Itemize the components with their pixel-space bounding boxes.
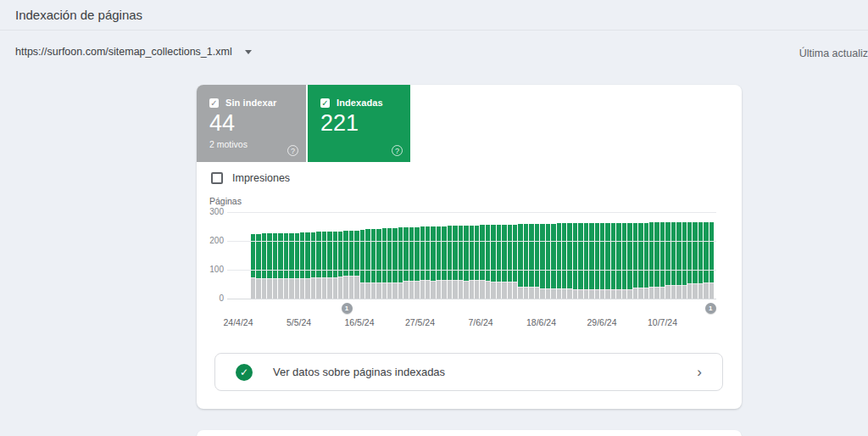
bar-column[interactable] bbox=[284, 233, 288, 299]
help-icon[interactable]: ? bbox=[287, 145, 298, 156]
bar-column[interactable] bbox=[420, 226, 425, 299]
bar-column[interactable] bbox=[376, 229, 381, 299]
view-indexed-data-button[interactable]: ✓ Ver datos sobre páginas indexadas › bbox=[214, 353, 723, 391]
bar-column[interactable] bbox=[278, 233, 282, 299]
annotation-marker[interactable]: 1 bbox=[342, 303, 353, 314]
bar-column[interactable] bbox=[497, 225, 501, 299]
bar-column[interactable] bbox=[392, 228, 397, 299]
bar-column[interactable] bbox=[535, 224, 539, 299]
bar-column[interactable] bbox=[311, 232, 315, 299]
bar-column[interactable] bbox=[524, 224, 528, 299]
bar-column[interactable] bbox=[448, 226, 452, 299]
sitemap-selector-dropdown[interactable]: https://surfoon.com/sitemap_collections_… bbox=[15, 46, 252, 58]
bar-column[interactable] bbox=[273, 233, 277, 299]
bar-column[interactable] bbox=[459, 226, 463, 299]
bar-column[interactable] bbox=[546, 224, 550, 299]
bar-column[interactable] bbox=[611, 223, 615, 299]
bar-column[interactable] bbox=[305, 232, 309, 299]
bar-column[interactable] bbox=[431, 226, 435, 299]
bar-column[interactable] bbox=[316, 232, 320, 299]
bar-column[interactable] bbox=[551, 224, 555, 299]
bar-column[interactable] bbox=[502, 225, 506, 299]
help-icon[interactable]: ? bbox=[392, 145, 403, 156]
bar-column[interactable] bbox=[251, 234, 255, 299]
bar-column[interactable] bbox=[289, 233, 293, 299]
bar-column[interactable] bbox=[638, 223, 643, 299]
tile-not-indexed[interactable]: ✓ Sin indexar 44 2 motivos ? bbox=[197, 85, 306, 162]
bar-column[interactable] bbox=[529, 224, 533, 299]
y-tick-label: 200 bbox=[197, 236, 224, 245]
bar-column[interactable] bbox=[426, 226, 430, 299]
bar-column[interactable] bbox=[562, 223, 566, 299]
not-indexed-count: 44 bbox=[209, 110, 306, 137]
bar-column[interactable] bbox=[371, 229, 376, 299]
bar-column[interactable] bbox=[508, 225, 512, 299]
bar-column[interactable] bbox=[387, 228, 392, 299]
impressions-toggle[interactable]: Impresiones bbox=[211, 172, 290, 184]
bar-column[interactable] bbox=[687, 222, 692, 299]
bar-column[interactable] bbox=[627, 223, 632, 299]
tile-indexed[interactable]: ✓ Indexadas 221 ? bbox=[308, 85, 410, 162]
bar-column[interactable] bbox=[567, 223, 571, 299]
bar-column[interactable] bbox=[622, 223, 626, 299]
bar-column[interactable] bbox=[300, 232, 304, 299]
bar-column[interactable] bbox=[480, 225, 484, 299]
bar-column[interactable] bbox=[709, 222, 714, 299]
bar-column[interactable] bbox=[464, 226, 468, 299]
bar-column[interactable] bbox=[589, 223, 593, 299]
indexing-report-card: ✓ Sin indexar 44 2 motivos ? ✓ Indexadas… bbox=[197, 85, 742, 409]
not-indexed-checkbox[interactable]: ✓ bbox=[209, 98, 219, 108]
bar-column[interactable] bbox=[600, 223, 604, 299]
bar-column[interactable] bbox=[453, 226, 457, 299]
bar-column[interactable] bbox=[682, 222, 687, 299]
annotation-marker[interactable]: 1 bbox=[705, 303, 716, 314]
bar-column[interactable] bbox=[398, 227, 403, 299]
bar-column[interactable] bbox=[616, 223, 620, 299]
sitemap-url-label: https://surfoon.com/sitemap_collections_… bbox=[15, 46, 232, 58]
x-tick-label: 29/6/24 bbox=[587, 317, 616, 327]
bar-column[interactable] bbox=[676, 222, 681, 299]
bar-column[interactable] bbox=[382, 228, 387, 299]
bar-column[interactable] bbox=[486, 225, 490, 299]
view-indexed-data-label: Ver datos sobre páginas indexadas bbox=[273, 366, 445, 378]
bar-column[interactable] bbox=[513, 225, 517, 299]
bar-column[interactable] bbox=[693, 222, 697, 299]
bar-column[interactable] bbox=[654, 222, 659, 299]
bar-column[interactable] bbox=[573, 223, 577, 299]
bar-column[interactable] bbox=[256, 234, 260, 299]
bar-column[interactable] bbox=[322, 232, 326, 299]
bar-column[interactable] bbox=[671, 222, 676, 299]
toolbar: https://surfoon.com/sitemap_collections_… bbox=[0, 41, 868, 66]
bar-column[interactable] bbox=[403, 227, 408, 299]
bar-column[interactable] bbox=[660, 222, 665, 299]
bar-column[interactable] bbox=[665, 222, 670, 299]
bar-column[interactable] bbox=[704, 222, 708, 299]
bar-column[interactable] bbox=[262, 233, 266, 299]
bar-column[interactable] bbox=[649, 222, 654, 299]
bar-column[interactable] bbox=[442, 226, 446, 299]
impressions-checkbox[interactable] bbox=[211, 172, 223, 184]
bar-column[interactable] bbox=[595, 223, 599, 299]
bar-column[interactable] bbox=[415, 227, 419, 299]
bar-column[interactable] bbox=[475, 226, 479, 299]
bar-column[interactable] bbox=[605, 223, 609, 299]
bar-column[interactable] bbox=[409, 227, 414, 299]
gridline bbox=[227, 241, 716, 242]
bar-column[interactable] bbox=[557, 223, 561, 299]
bar-column[interactable] bbox=[584, 223, 588, 299]
indexed-checkbox[interactable]: ✓ bbox=[320, 98, 330, 108]
bar-column[interactable] bbox=[578, 223, 582, 299]
bar-column[interactable] bbox=[365, 229, 370, 299]
bar-column[interactable] bbox=[267, 233, 271, 299]
bar-column[interactable] bbox=[644, 223, 648, 299]
bar-column[interactable] bbox=[295, 233, 299, 299]
bar-column[interactable] bbox=[491, 225, 495, 299]
chart-plot[interactable]: 010020030024/4/245/5/2416/5/2427/5/247/6… bbox=[227, 212, 716, 299]
bar-column[interactable] bbox=[518, 224, 522, 299]
x-tick-label: 27/5/24 bbox=[405, 317, 435, 327]
bar-column[interactable] bbox=[698, 222, 703, 299]
bar-column[interactable] bbox=[470, 226, 474, 299]
bar-column[interactable] bbox=[437, 226, 441, 299]
bar-column[interactable] bbox=[633, 223, 637, 299]
bar-column[interactable] bbox=[540, 224, 544, 299]
